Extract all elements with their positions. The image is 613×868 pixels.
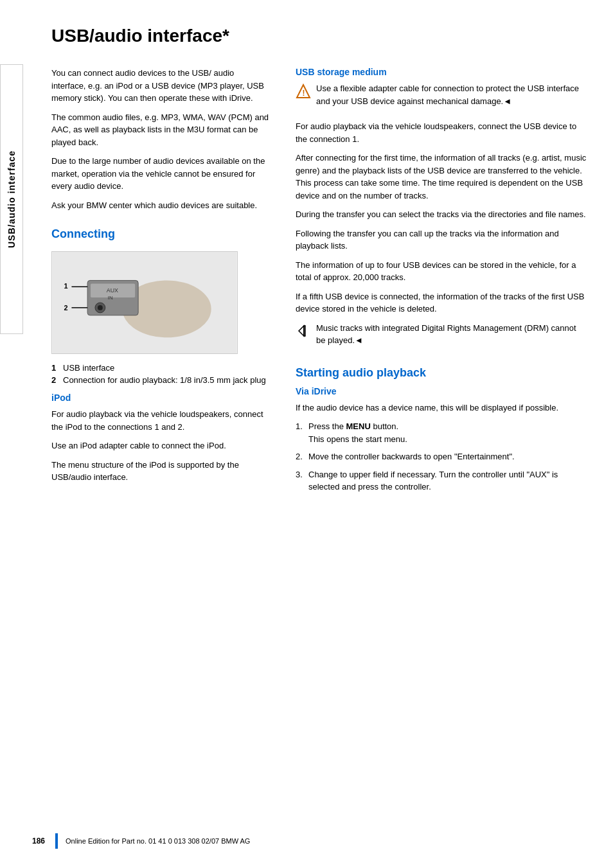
ipod-para-3: The menu structure of the iPod is suppor… <box>51 459 270 484</box>
svg-marker-14 <box>299 326 304 336</box>
page-title: USB/audio interface* <box>51 26 587 51</box>
left-column: You can connect audio devices to the USB… <box>51 67 270 500</box>
usb-para-4: Following the transfer you can call up t… <box>296 227 587 252</box>
note-text: Music tracks with integrated Digital Rig… <box>316 322 587 347</box>
intro-para-2: The common audio files, e.g. MP3, WMA, W… <box>51 111 270 149</box>
usb-storage-heading: USB storage medium <box>296 67 587 77</box>
intro-para-3: Due to the large number of audio devices… <box>51 155 270 193</box>
step-2: 2. Move the controller backwards to open… <box>296 450 587 463</box>
ipod-heading: iPod <box>51 393 270 403</box>
usb-para-6: If a fifth USB device is connected, the … <box>296 290 587 315</box>
svg-text:2: 2 <box>64 304 68 312</box>
page-number: 186 <box>32 837 45 846</box>
audio-para-1: If the audio device has a device name, t… <box>296 402 587 414</box>
audio-playback-section: Starting audio playback Via iDrive If th… <box>296 366 587 493</box>
footer-copyright: Online Edition for Part no. 01 41 0 013 … <box>66 837 250 845</box>
steps-list: 1. Press the MENU button.This opens the … <box>296 420 587 493</box>
warning-text: Use a flexible adapter cable for connect… <box>316 82 587 107</box>
connector-label-2: 2 Connection for audio playback: 1/8 in/… <box>51 375 270 385</box>
audio-playback-heading: Starting audio playback <box>296 366 587 380</box>
usb-para-1: For audio playback via the vehicle louds… <box>296 120 587 145</box>
usb-storage-section: USB storage medium ! Use a flexible adap… <box>296 67 587 353</box>
connector-labels: 1 USB interface 2 Connection for audio p… <box>51 363 270 385</box>
content-columns: You can connect audio devices to the USB… <box>51 67 587 500</box>
connecting-section: Connecting AUX IN <box>51 227 270 385</box>
ipod-section: iPod For audio playback via the vehicle … <box>51 393 270 484</box>
sidebar-tab: USB/audio interface <box>0 64 23 334</box>
svg-text:AUX: AUX <box>107 287 118 294</box>
svg-rect-15 <box>304 326 305 336</box>
ipod-para-2: Use an iPod adapter cable to connect the… <box>51 439 270 452</box>
connector-label-1: 1 USB interface <box>51 363 270 373</box>
warning-icon: ! <box>296 84 311 99</box>
footer-bar <box>55 833 58 849</box>
warning-box: ! Use a flexible adapter cable for conne… <box>296 82 587 114</box>
usb-para-2: After connecting for the first time, the… <box>296 152 587 202</box>
note-box: Music tracks with integrated Digital Rig… <box>296 322 587 353</box>
right-column: USB storage medium ! Use a flexible adap… <box>296 67 587 500</box>
note-icon <box>296 323 311 339</box>
ipod-para-1: For audio playback via the vehicle louds… <box>51 408 270 433</box>
via-idrive-heading: Via iDrive <box>296 386 587 396</box>
usb-para-3: During the transfer you can select the t… <box>296 208 587 221</box>
connector-diagram: AUX IN 1 2 <box>51 251 238 354</box>
footer: 186 Online Edition for Part no. 01 41 0 … <box>32 833 613 849</box>
svg-point-7 <box>98 305 103 310</box>
usb-para-5: The information of up to four USB device… <box>296 259 587 284</box>
svg-text:!: ! <box>303 89 305 98</box>
intro-para-1: You can connect audio devices to the USB… <box>51 67 270 105</box>
step-1: 1. Press the MENU button.This opens the … <box>296 420 587 445</box>
intro-para-4: Ask your BMW center which audio devices … <box>51 199 270 212</box>
svg-text:1: 1 <box>64 282 68 290</box>
connecting-heading: Connecting <box>51 227 270 241</box>
step-3: 3. Change to upper field if necessary. T… <box>296 468 587 493</box>
svg-text:IN: IN <box>108 295 113 301</box>
